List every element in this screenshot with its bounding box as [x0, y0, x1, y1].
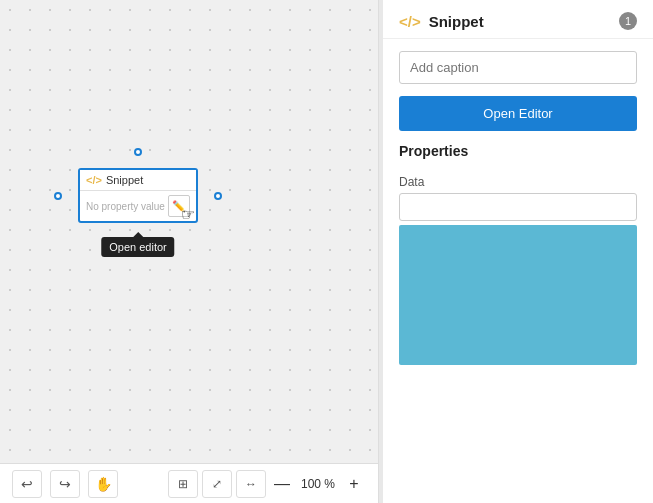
widget-editor-button[interactable]: ✏️ ☞ — [168, 195, 190, 217]
handle-left[interactable] — [54, 192, 62, 200]
panel-title: Snippet — [429, 13, 484, 30]
snippet-widget[interactable]: </> Snippet No property value ✏️ ☞ Open … — [78, 168, 198, 223]
fit-width-icon: ↔ — [245, 477, 257, 491]
properties-section: Properties — [399, 143, 637, 163]
minus-icon: — — [274, 475, 290, 493]
fit-width-button[interactable]: ↔ — [236, 470, 266, 498]
canvas-toolbar: ↩ ↪ ✋ ⊞ ⤢ ↔ — 100 % + — [0, 463, 378, 503]
data-input[interactable] — [399, 193, 637, 221]
zoom-out-button[interactable]: — — [270, 472, 294, 496]
open-editor-button[interactable]: Open Editor — [399, 96, 637, 131]
panel-badge: 1 — [619, 12, 637, 30]
open-editor-tooltip: Open editor — [101, 237, 174, 257]
redo-icon: ↪ — [59, 476, 71, 492]
undo-button[interactable]: ↩ — [12, 470, 42, 498]
redo-button[interactable]: ↪ — [50, 470, 80, 498]
no-property-text: No property value — [86, 201, 165, 212]
widget-body: No property value ✏️ ☞ — [80, 191, 196, 221]
zoom-in-button[interactable]: + — [342, 472, 366, 496]
handle-top[interactable] — [134, 148, 142, 156]
caption-input[interactable] — [399, 51, 637, 84]
expand-button[interactable]: ⤢ — [202, 470, 232, 498]
canvas-area: </> Snippet No property value ✏️ ☞ Open … — [0, 0, 379, 503]
handle-right[interactable] — [214, 192, 222, 200]
expand-icon: ⤢ — [212, 477, 222, 491]
panel-header: </> Snippet 1 — [383, 0, 653, 39]
undo-icon: ↩ — [21, 476, 33, 492]
grid-icon: ⊞ — [178, 477, 188, 491]
right-panel: </> Snippet 1 Open Editor Properties Dat… — [383, 0, 653, 503]
panel-title-row: </> Snippet — [399, 13, 484, 30]
snippet-icon-small: </> — [86, 174, 102, 186]
hand-cursor-icon: ☞ — [181, 205, 195, 224]
pan-button[interactable]: ✋ — [88, 470, 118, 498]
widget-title: Snippet — [106, 174, 143, 186]
panel-content: Open Editor Properties Data — [383, 39, 653, 377]
properties-title: Properties — [399, 143, 637, 159]
data-label: Data — [399, 175, 637, 189]
plus-icon: + — [349, 475, 358, 493]
data-preview — [399, 225, 637, 365]
widget-header: </> Snippet — [80, 170, 196, 191]
snippet-icon-large: </> — [399, 13, 421, 30]
pan-icon: ✋ — [95, 476, 112, 492]
zoom-value: 100 % — [298, 477, 338, 491]
zoom-controls: ⊞ ⤢ ↔ — 100 % + — [168, 470, 366, 498]
data-section: Data — [399, 175, 637, 365]
fit-view-button[interactable]: ⊞ — [168, 470, 198, 498]
